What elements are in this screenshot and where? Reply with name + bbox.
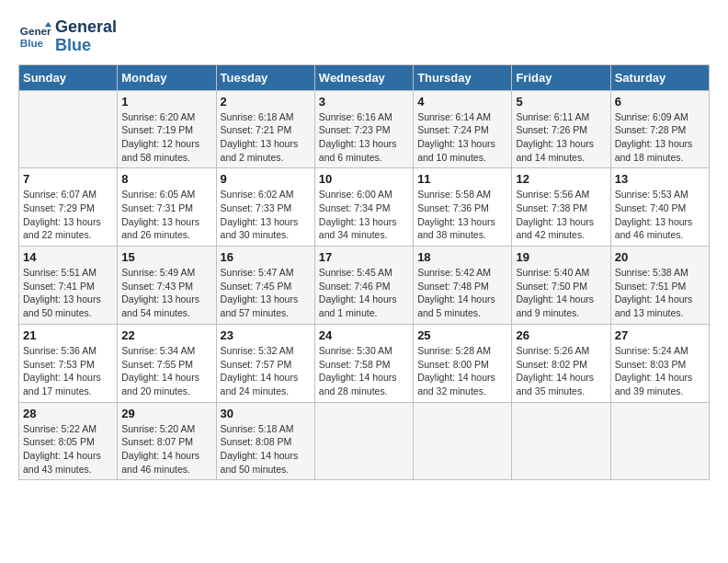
day-number: 15 [121,250,211,264]
day-number: 19 [516,250,606,264]
week-row-3: 14Sunrise: 5:51 AM Sunset: 7:41 PM Dayli… [19,247,710,325]
day-number: 27 [615,328,705,342]
day-cell: 28Sunrise: 5:22 AM Sunset: 8:05 PM Dayli… [19,402,118,480]
day-cell: 19Sunrise: 5:40 AM Sunset: 7:50 PM Dayli… [512,247,610,325]
day-number: 8 [121,172,211,186]
day-cell: 20Sunrise: 5:38 AM Sunset: 7:51 PM Dayli… [610,247,709,325]
week-row-5: 28Sunrise: 5:22 AM Sunset: 8:05 PM Dayli… [19,402,710,480]
week-row-4: 21Sunrise: 5:36 AM Sunset: 7:53 PM Dayli… [19,324,710,402]
day-cell: 21Sunrise: 5:36 AM Sunset: 7:53 PM Dayli… [19,324,118,402]
day-cell: 23Sunrise: 5:32 AM Sunset: 7:57 PM Dayli… [216,324,314,402]
day-number: 5 [516,95,606,109]
day-detail: Sunrise: 5:58 AM Sunset: 7:36 PM Dayligh… [417,188,507,242]
day-cell: 3Sunrise: 6:16 AM Sunset: 7:23 PM Daylig… [314,90,413,168]
header-cell-friday: Friday [512,64,610,90]
day-detail: Sunrise: 6:11 AM Sunset: 7:26 PM Dayligh… [516,110,606,165]
day-number: 7 [23,172,113,186]
day-cell: 4Sunrise: 6:14 AM Sunset: 7:24 PM Daylig… [414,90,512,168]
day-cell: 29Sunrise: 5:20 AM Sunset: 8:07 PM Dayli… [118,402,216,480]
day-number: 13 [615,172,705,186]
header-cell-wednesday: Wednesday [314,64,413,90]
day-cell: 6Sunrise: 6:09 AM Sunset: 7:28 PM Daylig… [610,90,709,168]
day-cell: 1Sunrise: 6:20 AM Sunset: 7:19 PM Daylig… [118,90,216,168]
day-cell: 13Sunrise: 5:53 AM Sunset: 7:40 PM Dayli… [610,168,709,247]
day-detail: Sunrise: 6:20 AM Sunset: 7:19 PM Dayligh… [121,110,211,165]
day-detail: Sunrise: 5:49 AM Sunset: 7:43 PM Dayligh… [121,266,211,320]
day-cell: 26Sunrise: 5:26 AM Sunset: 8:02 PM Dayli… [512,324,610,402]
day-cell: 18Sunrise: 5:42 AM Sunset: 7:48 PM Dayli… [414,247,512,325]
day-detail: Sunrise: 6:02 AM Sunset: 7:33 PM Dayligh… [221,188,311,242]
day-detail: Sunrise: 6:00 AM Sunset: 7:34 PM Dayligh… [319,188,409,242]
logo: General Blue General Blue [18,18,117,55]
day-cell [414,402,512,480]
header-cell-tuesday: Tuesday [216,64,314,90]
day-detail: Sunrise: 5:28 AM Sunset: 8:00 PM Dayligh… [417,344,507,398]
day-cell: 14Sunrise: 5:51 AM Sunset: 7:41 PM Dayli… [19,247,118,325]
day-cell: 24Sunrise: 5:30 AM Sunset: 7:58 PM Dayli… [314,324,413,402]
header-cell-monday: Monday [118,64,216,90]
day-number: 16 [221,250,311,264]
day-detail: Sunrise: 5:36 AM Sunset: 7:53 PM Dayligh… [23,344,113,398]
day-cell [512,402,610,480]
day-detail: Sunrise: 5:42 AM Sunset: 7:48 PM Dayligh… [417,266,507,320]
day-cell [314,402,413,480]
day-number: 18 [417,250,507,264]
day-cell: 16Sunrise: 5:47 AM Sunset: 7:45 PM Dayli… [216,247,314,325]
day-detail: Sunrise: 5:32 AM Sunset: 7:57 PM Dayligh… [221,344,311,398]
day-number: 28 [23,407,113,420]
day-cell: 22Sunrise: 5:34 AM Sunset: 7:55 PM Dayli… [118,324,216,402]
day-detail: Sunrise: 6:07 AM Sunset: 7:29 PM Dayligh… [23,188,113,242]
page-header: General Blue General Blue [18,18,710,55]
day-cell: 11Sunrise: 5:58 AM Sunset: 7:36 PM Dayli… [414,168,512,247]
day-cell: 25Sunrise: 5:28 AM Sunset: 8:00 PM Dayli… [414,324,512,402]
header-row: SundayMondayTuesdayWednesdayThursdayFrid… [19,64,710,90]
day-detail: Sunrise: 5:26 AM Sunset: 8:02 PM Dayligh… [516,344,606,398]
week-row-1: 1Sunrise: 6:20 AM Sunset: 7:19 PM Daylig… [19,90,710,168]
day-cell: 8Sunrise: 6:05 AM Sunset: 7:31 PM Daylig… [118,168,216,247]
day-number: 6 [615,95,705,109]
day-detail: Sunrise: 5:47 AM Sunset: 7:45 PM Dayligh… [221,266,311,320]
day-detail: Sunrise: 5:30 AM Sunset: 7:58 PM Dayligh… [319,344,409,398]
day-detail: Sunrise: 5:18 AM Sunset: 8:08 PM Dayligh… [221,422,311,477]
logo-text: General Blue [55,18,117,55]
day-detail: Sunrise: 6:05 AM Sunset: 7:31 PM Dayligh… [121,188,211,242]
day-number: 11 [417,172,507,186]
day-cell: 12Sunrise: 5:56 AM Sunset: 7:38 PM Dayli… [512,168,610,247]
day-detail: Sunrise: 5:45 AM Sunset: 7:46 PM Dayligh… [319,266,409,320]
day-number: 22 [121,328,211,342]
week-row-2: 7Sunrise: 6:07 AM Sunset: 7:29 PM Daylig… [19,168,710,247]
day-cell: 10Sunrise: 6:00 AM Sunset: 7:34 PM Dayli… [314,168,413,247]
day-number: 29 [121,407,211,420]
day-detail: Sunrise: 5:40 AM Sunset: 7:50 PM Dayligh… [516,266,606,320]
day-cell: 27Sunrise: 5:24 AM Sunset: 8:03 PM Dayli… [610,324,709,402]
day-detail: Sunrise: 6:09 AM Sunset: 7:28 PM Dayligh… [615,110,705,165]
day-detail: Sunrise: 5:51 AM Sunset: 7:41 PM Dayligh… [23,266,113,320]
day-number: 25 [417,328,507,342]
day-number: 12 [516,172,606,186]
day-cell [610,402,709,480]
day-number: 10 [319,172,409,186]
day-number: 2 [221,95,311,109]
header-cell-sunday: Sunday [19,64,118,90]
day-cell: 9Sunrise: 6:02 AM Sunset: 7:33 PM Daylig… [216,168,314,247]
day-cell: 5Sunrise: 6:11 AM Sunset: 7:26 PM Daylig… [512,90,610,168]
day-detail: Sunrise: 5:34 AM Sunset: 7:55 PM Dayligh… [121,344,211,398]
day-cell: 2Sunrise: 6:18 AM Sunset: 7:21 PM Daylig… [216,90,314,168]
day-number: 20 [615,250,705,264]
svg-text:Blue: Blue [20,37,44,49]
day-number: 1 [121,95,211,109]
day-detail: Sunrise: 5:38 AM Sunset: 7:51 PM Dayligh… [615,266,705,320]
day-cell: 15Sunrise: 5:49 AM Sunset: 7:43 PM Dayli… [118,247,216,325]
header-cell-saturday: Saturday [610,64,709,90]
day-cell: 7Sunrise: 6:07 AM Sunset: 7:29 PM Daylig… [19,168,118,247]
day-number: 26 [516,328,606,342]
logo-icon: General Blue [18,20,51,53]
day-number: 21 [23,328,113,342]
day-detail: Sunrise: 5:24 AM Sunset: 8:03 PM Dayligh… [615,344,705,398]
day-number: 3 [319,95,409,109]
day-number: 9 [221,172,311,186]
calendar-table: SundayMondayTuesdayWednesdayThursdayFrid… [18,64,710,481]
day-detail: Sunrise: 6:14 AM Sunset: 7:24 PM Dayligh… [417,110,507,165]
day-detail: Sunrise: 6:16 AM Sunset: 7:23 PM Dayligh… [319,110,409,165]
day-detail: Sunrise: 5:56 AM Sunset: 7:38 PM Dayligh… [516,188,606,242]
